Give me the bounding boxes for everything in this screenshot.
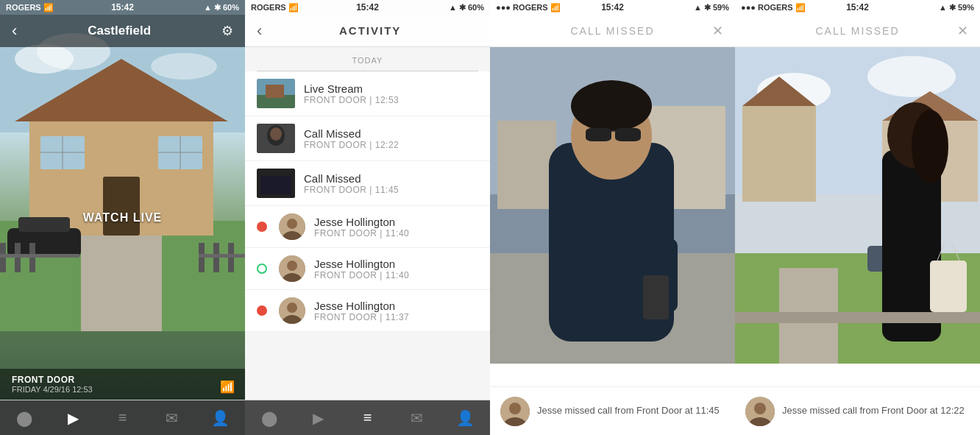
- call-image-svg-p4: [735, 47, 980, 364]
- activity-header: ‹ ACTIVITY: [245, 15, 490, 47]
- svg-rect-32: [260, 176, 291, 194]
- tab-user-p1[interactable]: 👤: [196, 400, 245, 435]
- svg-point-40: [287, 303, 297, 313]
- tab-chat-p1[interactable]: ✉: [147, 400, 196, 435]
- tab-list-p2[interactable]: ≡: [343, 400, 392, 435]
- svg-rect-24: [199, 254, 245, 258]
- activity-name-jesse-1140-red: Jesse Hollington: [314, 216, 478, 228]
- footer-text-p4: Jesse missed call from Front Door at 12:…: [782, 404, 965, 417]
- wifi-icon-p1: 📶: [43, 3, 54, 13]
- close-button-p4[interactable]: ✕: [957, 23, 968, 39]
- battery-p1: 60%: [223, 3, 239, 12]
- activity-title: ACTIVITY: [262, 24, 478, 37]
- list-item-jesse-1140-red[interactable]: Jesse Hollington FRONT DOOR | 11:40: [245, 206, 490, 248]
- bluetooth-icon-p1: ✱: [214, 3, 221, 13]
- wifi-p4: 📶: [795, 3, 806, 13]
- tab-chat-p2[interactable]: ✉: [392, 400, 441, 435]
- list-item-callmissed-1145[interactable]: Call Missed FRONT DOOR | 11:45: [245, 161, 490, 206]
- status-bar-p1: ROGERS 📶 15:42 ▲ ✱ 60%: [0, 0, 245, 15]
- activity-text-jesse-1137-red: Jesse Hollington FRONT DOOR | 11:37: [314, 300, 478, 322]
- tab-home-p1[interactable]: ⬤: [0, 400, 49, 435]
- footer-avatar-p3: [500, 397, 530, 426]
- thumb-callmissed-1145: [257, 169, 295, 198]
- call-header-p4: CALL MISSED ✕: [735, 15, 980, 47]
- svg-point-3: [151, 53, 217, 79]
- tab-user-p2[interactable]: 👤: [441, 400, 490, 435]
- status-carrier-p1: ROGERS 📶: [6, 3, 54, 13]
- svg-point-49: [571, 80, 652, 132]
- svg-point-37: [287, 261, 297, 271]
- activity-text-jesse-1140-green: Jesse Hollington FRONT DOOR | 11:40: [314, 258, 478, 280]
- call-footer-p4: Jesse missed call from Front Door at 12:…: [735, 386, 980, 435]
- activity-text-jesse-1140-red: Jesse Hollington FRONT DOOR | 11:40: [314, 216, 478, 238]
- activity-name-jesse-1140-green: Jesse Hollington: [314, 258, 478, 270]
- settings-button[interactable]: ⚙: [221, 23, 233, 39]
- svg-rect-51: [615, 128, 641, 141]
- tab-bar-p1: ⬤ ▶ ≡ ✉ 👤: [0, 400, 245, 435]
- svg-rect-50: [586, 128, 611, 141]
- wifi-footer-icon: 📶: [220, 380, 235, 394]
- svg-rect-8: [103, 177, 140, 236]
- status-bar-p4: ●●● ROGERS 📶 15:42 ▲ ✱ 59%: [735, 0, 980, 15]
- activity-sub-jesse-1137-red: FRONT DOOR | 11:37: [314, 312, 478, 322]
- camera-title: Castlefield: [17, 24, 221, 38]
- svg-rect-5: [81, 236, 162, 331]
- status-bar-p3: ●●● ROGERS 📶 15:42 ▲ ✱ 59%: [490, 0, 735, 15]
- avatar-jesse-1137-red: [279, 297, 305, 324]
- camera-header: ‹ Castlefield ⚙: [0, 15, 245, 47]
- svg-rect-23: [0, 254, 79, 258]
- back-button-p2[interactable]: ‹: [257, 21, 262, 40]
- status-time-p1: 15:42: [111, 2, 134, 13]
- dot-red-1: [257, 222, 267, 232]
- call-image-p3: [490, 47, 735, 364]
- watch-live-button[interactable]: WATCH LIVE: [83, 211, 162, 224]
- activity-sub-jesse-1140-green: FRONT DOOR | 11:40: [314, 270, 478, 280]
- call-header-p3: CALL MISSED ✕: [490, 15, 735, 47]
- activity-panel: ROGERS 📶 15:42 ▲ ✱ 60% ‹ ACTIVITY TODAY: [245, 0, 490, 435]
- activity-name-callmissed-1145: Call Missed: [304, 172, 478, 185]
- tab-camera-p2[interactable]: ▶: [294, 400, 344, 435]
- activity-name-callmissed-1222: Call Missed: [304, 127, 478, 140]
- svg-rect-45: [497, 121, 556, 209]
- tab-list-p1[interactable]: ≡: [98, 400, 147, 435]
- list-item-jesse-1140-green[interactable]: Jesse Hollington FRONT DOOR | 11:40: [245, 248, 490, 290]
- call-missed-panel-1145: ●●● ROGERS 📶 15:42 ▲ ✱ 59% CALL MISSED ✕: [490, 0, 735, 435]
- dot-green-1: [257, 264, 267, 274]
- call-title-p3: CALL MISSED: [570, 25, 654, 37]
- thumb-livestream: [257, 79, 295, 108]
- wifi-icon-p2: 📶: [288, 3, 299, 13]
- camera-panel: ROGERS 📶 15:42 ▲ ✱ 60% ‹ Castlefield ⚙: [0, 0, 245, 435]
- tab-bar-p2: ⬤ ▶ ≡ ✉ 👤: [245, 400, 490, 435]
- list-item-callmissed-1222[interactable]: Call Missed FRONT DOOR | 12:22: [245, 116, 490, 161]
- activity-sub-jesse-1140-red: FRONT DOOR | 11:40: [314, 228, 478, 238]
- close-button-p3[interactable]: ✕: [712, 23, 723, 39]
- tab-camera-p1[interactable]: ▶: [49, 400, 99, 435]
- camera-datetime: FRIDAY 4/29/16 12:53: [12, 385, 233, 394]
- svg-point-61: [867, 56, 956, 97]
- back-button-p1[interactable]: ‹: [12, 21, 17, 40]
- tab-home-p2[interactable]: ⬤: [245, 400, 294, 435]
- avatar-jesse-1140-green: [279, 255, 305, 282]
- svg-point-56: [509, 403, 521, 414]
- call-missed-panel-1222: ●●● ROGERS 📶 15:42 ▲ ✱ 59% CALL MISSED ✕: [735, 0, 980, 435]
- svg-point-34: [287, 219, 297, 229]
- svg-rect-62: [742, 106, 816, 202]
- activity-text-callmissed-1145: Call Missed FRONT DOOR | 11:45: [304, 172, 478, 195]
- list-item-livestream[interactable]: Live Stream FRONT DOOR | 12:53: [245, 71, 490, 116]
- wifi-p3: 📶: [550, 3, 561, 13]
- bluetooth-p2: ✱: [459, 3, 466, 13]
- footer-avatar-p4: [745, 397, 775, 426]
- activity-text-livestream: Live Stream FRONT DOOR | 12:53: [304, 82, 478, 105]
- status-bar-p2: ROGERS 📶 15:42 ▲ ✱ 60%: [245, 0, 490, 15]
- svg-rect-54: [643, 275, 669, 319]
- list-item-jesse-1137-red[interactable]: Jesse Hollington FRONT DOOR | 11:37: [245, 290, 490, 332]
- activity-list: TODAY Live Stream FRONT DOOR | 12:53: [245, 47, 490, 400]
- activity-sub-callmissed-1222: FRONT DOOR | 12:22: [304, 140, 478, 150]
- svg-point-30: [270, 127, 282, 141]
- activity-text-callmissed-1222: Call Missed FRONT DOOR | 12:22: [304, 127, 478, 150]
- svg-rect-75: [735, 312, 980, 323]
- activity-sub-livestream: FRONT DOOR | 12:53: [304, 95, 478, 105]
- call-footer-p3: Jesse missed call from Front Door at 11:…: [490, 386, 735, 435]
- call-image-p4: [735, 47, 980, 364]
- camera-location: FRONT DOOR: [12, 375, 233, 385]
